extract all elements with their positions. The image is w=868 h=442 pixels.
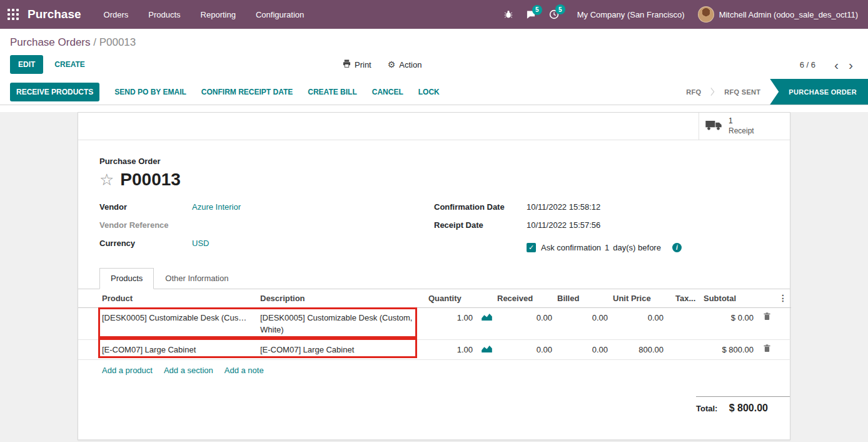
printer-icon	[343, 59, 351, 69]
confirmation-date-label: Confirmation Date	[434, 202, 527, 212]
menu-reporting[interactable]: Reporting	[192, 6, 245, 23]
cell-taxes[interactable]	[669, 340, 704, 360]
cell-received[interactable]: 0.00	[497, 308, 557, 340]
confirmation-date-value: 10/11/2022 15:58:12	[527, 202, 600, 212]
navbar-systray: 5 5 My Company (San Francisco) Mitchell …	[504, 6, 858, 23]
add-a-note-link[interactable]: Add a note	[225, 366, 264, 375]
messages-icon[interactable]: 5	[526, 10, 536, 19]
print-label: Print	[355, 60, 371, 69]
edit-button[interactable]: EDIT	[10, 55, 43, 74]
send-po-by-email-button[interactable]: SEND PO BY EMAIL	[114, 88, 186, 96]
breadcrumb-parent[interactable]: Purchase Orders	[10, 36, 91, 48]
stage-rfq[interactable]: RFQ	[677, 79, 710, 105]
print-menu[interactable]: Print	[343, 59, 371, 69]
table-row[interactable]: [E-COM07] Large Cabinet [E-COM07] Large …	[78, 340, 791, 360]
top-navbar: Purchase Orders Products Reporting Confi…	[0, 0, 868, 29]
record-title: P00013	[120, 170, 181, 190]
create-bill-button[interactable]: CREATE BILL	[308, 88, 356, 96]
apps-grid-icon[interactable]	[8, 9, 19, 20]
col-quantity[interactable]: Quantity	[428, 289, 497, 308]
purchase-order-sheet: 1 Receipt Purchase Order ☆ P00013 Vendor…	[78, 112, 790, 440]
button-box-row: 1 Receipt	[78, 113, 790, 140]
app-name[interactable]: Purchase	[28, 8, 81, 21]
main-menu: Orders Products Reporting Configuration	[95, 6, 313, 23]
cell-taxes[interactable]	[669, 308, 704, 340]
cell-unit-price[interactable]: 0.00	[613, 308, 669, 340]
pager-next-icon[interactable]: ›	[844, 58, 858, 71]
col-unit-price[interactable]: Unit Price	[613, 289, 669, 308]
add-a-section-link[interactable]: Add a section	[164, 366, 213, 375]
ask-confirmation-checkbox[interactable]: ✓	[527, 243, 536, 252]
forecast-chart-icon[interactable]	[482, 344, 492, 356]
cell-billed[interactable]: 0.00	[557, 340, 613, 360]
title-block: Purchase Order ☆ P00013	[78, 140, 790, 190]
gear-icon: ⚙	[388, 59, 396, 69]
cancel-button[interactable]: CANCEL	[372, 88, 403, 96]
activities-clock-icon[interactable]: 5	[549, 9, 559, 19]
confirm-receipt-date-button[interactable]: CONFIRM RECEIPT DATE	[201, 88, 293, 96]
debug-bug-icon[interactable]	[504, 10, 513, 19]
cell-description[interactable]: [DESK0005] Customizable Desk (Custom, Wh…	[253, 308, 428, 340]
activities-badge: 5	[555, 4, 565, 14]
messages-badge: 5	[532, 5, 542, 15]
cell-quantity[interactable]: 1.00	[457, 344, 473, 356]
breadcrumb: Purchase Orders / P00013	[0, 29, 868, 50]
cell-description[interactable]: [E-COM07] Large Cabinet	[253, 340, 428, 360]
action-menu[interactable]: ⚙ Action	[388, 59, 422, 69]
delete-row-trash-icon[interactable]	[764, 312, 770, 321]
field-group-left: Vendor Azure Interior Vendor Reference C…	[99, 202, 434, 257]
status-pipeline: RFQ RFQ SENT PURCHASE ORDER	[677, 79, 868, 105]
receive-products-button[interactable]: RECEIVE PRODUCTS	[10, 83, 99, 101]
col-received[interactable]: Received	[497, 289, 557, 308]
currency-label: Currency	[99, 239, 192, 248]
optional-columns-kebab-icon[interactable]: ⋮	[764, 292, 787, 304]
field-group-right: Confirmation Date 10/11/2022 15:58:12 Re…	[434, 202, 769, 257]
add-a-product-link[interactable]: Add a product	[102, 366, 153, 375]
tab-other-information[interactable]: Other Information	[154, 268, 240, 289]
forecast-chart-icon[interactable]	[482, 312, 492, 324]
receipt-date-label: Receipt Date	[434, 220, 527, 230]
menu-orders[interactable]: Orders	[95, 6, 138, 23]
cell-received[interactable]: 0.00	[497, 340, 557, 360]
pager-previous-icon[interactable]: ‹	[829, 58, 844, 71]
user-name: Mitchell Admin (odoo_sale_des_oct11)	[719, 10, 858, 19]
cell-product[interactable]: [E-COM07] Large Cabinet	[102, 344, 248, 356]
stage-rfq-sent[interactable]: RFQ SENT	[715, 79, 770, 105]
avatar	[698, 6, 714, 23]
user-menu[interactable]: Mitchell Admin (odoo_sale_des_oct11)	[698, 6, 858, 23]
col-subtotal[interactable]: Subtotal	[704, 289, 759, 308]
col-product[interactable]: Product	[78, 289, 253, 308]
table-row[interactable]: [DESK0005] Customizable Desk (Custom,… […	[78, 308, 791, 340]
order-total: Total: $ 800.00	[696, 396, 790, 414]
create-button[interactable]: CREATE	[54, 60, 84, 69]
col-billed[interactable]: Billed	[557, 289, 613, 308]
cell-product[interactable]: [DESK0005] Customizable Desk (Custom,…	[102, 312, 248, 324]
col-description[interactable]: Description	[253, 289, 428, 308]
vendor-label: Vendor	[99, 202, 192, 212]
control-panel: EDIT CREATE Print ⚙ Action 6 / 6 ‹ ›	[0, 50, 868, 79]
menu-configuration[interactable]: Configuration	[247, 6, 313, 23]
currency-value[interactable]: USD	[192, 239, 209, 248]
cell-unit-price[interactable]: 800.00	[613, 340, 669, 360]
col-taxes[interactable]: Tax...	[669, 289, 704, 308]
ask-confirmation-days[interactable]: 1	[605, 243, 609, 252]
stage-chevron-icon	[710, 79, 715, 105]
ask-confirmation-label: Ask confirmation	[541, 243, 601, 252]
delete-row-trash-icon[interactable]	[764, 344, 770, 352]
action-label: Action	[399, 60, 421, 69]
cell-subtotal: $ 0.00	[704, 308, 759, 340]
receipt-stat-button[interactable]: 1 Receipt	[699, 113, 790, 140]
company-switcher[interactable]: My Company (San Francisco)	[577, 10, 685, 19]
favorite-star-icon[interactable]: ☆	[99, 172, 114, 188]
cell-quantity[interactable]: 1.00	[457, 312, 473, 324]
breadcrumb-current: P00013	[99, 36, 136, 48]
tab-products[interactable]: Products	[99, 268, 154, 289]
check-icon: ✓	[528, 244, 534, 252]
menu-products[interactable]: Products	[139, 6, 189, 23]
cell-billed[interactable]: 0.00	[557, 308, 613, 340]
vendor-value[interactable]: Azure Interior	[192, 202, 241, 212]
lock-button[interactable]: LOCK	[418, 88, 440, 96]
vendor-reference-label: Vendor Reference	[99, 220, 192, 230]
stage-purchase-order[interactable]: PURCHASE ORDER	[770, 79, 868, 105]
receipt-count: 1	[729, 116, 733, 125]
